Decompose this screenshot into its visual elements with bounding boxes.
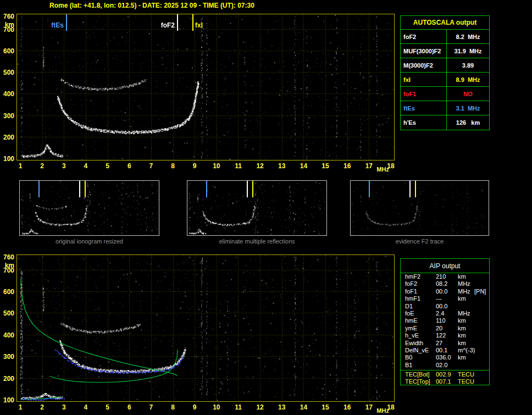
autoscala-row-label: M(3000)F2 — [401, 58, 447, 72]
marker-label-fof2: foF2 — [143, 21, 175, 29]
aip-name: B1 — [405, 362, 436, 369]
x-axis-tick-label: 2 — [40, 403, 44, 411]
autoscala-table-rows: foF28.2 MHzMUF(3000)F231.9 MHzM(3000)F23… — [401, 30, 489, 130]
aip-extra — [474, 332, 489, 339]
top-ionogram-panel — [16, 14, 395, 161]
x-axis-tick-label: 12 — [256, 162, 263, 170]
x-axis-tick-label: 14 — [300, 162, 307, 170]
y-axis-tick-label: 300 — [0, 353, 14, 361]
x-axis-tick-label: 5 — [106, 403, 109, 411]
aip-unit — [458, 362, 474, 369]
aip-value: 20 — [436, 325, 458, 332]
aip-extra — [474, 303, 489, 310]
aip-extra — [474, 295, 489, 302]
autoscala-row-value: 3.89 — [447, 58, 489, 72]
y-axis-tick-label: 600 — [0, 47, 14, 55]
thumbnail-label-f2-evidence: evidence F2 trace — [350, 238, 489, 245]
y-axis-unit-label: km — [0, 21, 14, 29]
aip-table-row: hmF1---km — [401, 295, 489, 302]
aip-unit: TECU — [458, 378, 474, 385]
aip-table-row: foF208.2MHz — [401, 280, 489, 287]
x-axis-tick-label: 9 — [193, 403, 197, 411]
y-axis-tick-label: 100 — [0, 396, 14, 404]
thumbnail-original-ionogram — [19, 180, 159, 236]
x-axis-unit-label: MHz — [376, 166, 389, 173]
aip-name: TEC[Bot] — [405, 371, 436, 378]
aip-name: hmF2 — [405, 273, 436, 280]
aip-value: 110 — [436, 317, 458, 324]
x-axis-tick-label: 4 — [84, 162, 88, 170]
autoscala-output-table: AUTOSCALA output foF28.2 MHzMUF(3000)F23… — [400, 15, 490, 130]
aip-value: 007.1 — [436, 378, 458, 385]
autoscala-row-value: 8.9 MHz — [447, 73, 489, 86]
y-axis-tick-label: 400 — [0, 90, 14, 98]
x-axis-tick-label: 14 — [300, 403, 307, 411]
x-axis-tick-label: 13 — [278, 403, 285, 411]
y-axis-unit-label: km — [0, 262, 14, 269]
aip-extra: [PN] — [474, 288, 489, 295]
x-axis-tick-label: 1 — [19, 403, 23, 411]
aip-table-row: h_vE122km — [401, 332, 489, 339]
x-axis-tick-label: 6 — [128, 162, 131, 170]
aip-value: --- — [436, 295, 458, 302]
x-axis-tick-label: 13 — [278, 162, 285, 170]
x-axis-tick-label: 16 — [343, 162, 351, 170]
aip-unit: km — [458, 325, 474, 332]
thumbnail-eliminate-canvas — [187, 181, 326, 235]
autoscala-table-header: AUTOSCALA output — [401, 16, 489, 30]
y-axis-tick-label: 500 — [0, 309, 14, 317]
aip-value: 08.2 — [436, 280, 458, 287]
autoscala-table-row: h'Es126 km — [401, 115, 489, 130]
x-axis-tick-label: 11 — [235, 403, 242, 411]
autoscala-row-value: 3.1 MHz — [447, 101, 489, 115]
autoscala-row-value: 8.2 MHz — [447, 30, 489, 43]
aip-name: B0 — [405, 354, 436, 361]
top-ionogram-canvas — [17, 14, 394, 160]
y-axis-tick-label: 760 — [0, 13, 14, 20]
aip-extra — [474, 280, 489, 287]
x-axis-tick-label: 15 — [322, 403, 329, 411]
x-axis-tick-label: 7 — [149, 162, 153, 170]
autoscala-window: Rome (lat: +41.8, lon: 012.5) - DATE: 20… — [0, 0, 532, 415]
aip-extra — [474, 310, 489, 317]
aip-unit: km — [458, 317, 474, 324]
aip-tec-row: TEC[Bot]002.9TECU — [401, 371, 489, 378]
aip-value: 00.0 — [436, 303, 458, 310]
x-axis-tick-label: 12 — [256, 403, 263, 411]
aip-value: 27 — [436, 340, 458, 347]
aip-name: Ewidth — [405, 340, 436, 347]
aip-name: foF2 — [405, 280, 436, 287]
aip-unit: km — [458, 332, 474, 339]
aip-unit: MHz — [458, 310, 474, 317]
x-axis-tick-label: 16 — [343, 403, 351, 411]
aip-name: foE — [405, 310, 436, 317]
autoscala-row-value: 31.9 MHz — [447, 44, 489, 58]
autoscala-table-row: M(3000)F23.89 — [401, 58, 489, 73]
y-axis-tick-label: 760 — [0, 253, 14, 261]
aip-table-rows: hmF2210kmfoF208.2MHzfoF100.0MHz[PN]hmF1-… — [401, 273, 489, 369]
y-axis-tick-label: 300 — [0, 112, 14, 120]
aip-value: 036.0 — [436, 354, 458, 361]
aip-value: 2.4 — [436, 310, 458, 317]
x-axis-tick-label: 3 — [62, 162, 66, 170]
autoscala-table-row: MUF(3000)F231.9 MHz — [401, 44, 489, 58]
autoscala-table-row: ftEs3.1 MHz — [401, 101, 489, 115]
thumbnail-f2-canvas — [351, 181, 489, 235]
bottom-ionogram-canvas — [17, 255, 394, 401]
x-axis-unit-label: MHz — [376, 407, 389, 414]
aip-table-row: B0036.0km — [401, 354, 489, 361]
x-axis-tick-label: 17 — [365, 162, 373, 170]
aip-value: 00.1 — [436, 347, 458, 354]
aip-unit: km — [458, 295, 474, 302]
x-axis-tick-label: 8 — [171, 162, 175, 170]
aip-unit: MHz — [458, 280, 474, 287]
autoscala-row-label: foF1 — [401, 87, 447, 101]
aip-extra — [474, 317, 489, 324]
marker-label-fxi: fxI — [195, 21, 203, 29]
autoscala-row-label: h'Es — [401, 115, 447, 130]
y-axis-tick-label: 200 — [0, 134, 14, 141]
autoscala-table-row: foF1NO — [401, 87, 489, 101]
aip-unit — [458, 303, 474, 310]
x-axis-tick-label: 8 — [171, 403, 175, 411]
aip-extra — [474, 273, 489, 280]
